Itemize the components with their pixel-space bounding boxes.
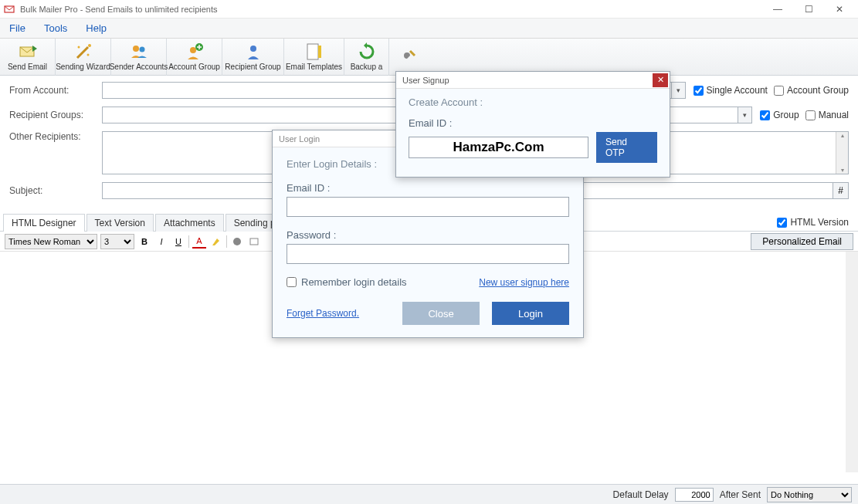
signup-close-button[interactable]: ✕ — [653, 73, 668, 87]
default-delay-label: Default Delay — [613, 489, 669, 500]
group-checkbox[interactable]: Group — [760, 110, 799, 120]
email-templates-label: Email Templates — [286, 63, 342, 71]
sender-accounts-button[interactable]: Sender Accounts — [111, 39, 167, 76]
wrench-icon — [399, 48, 418, 66]
recipient-icon — [244, 42, 263, 61]
login-password-input[interactable] — [287, 244, 569, 264]
account-group-button[interactable]: Account Group — [167, 39, 222, 76]
template-icon — [305, 42, 324, 61]
signup-dialog-title: User Signup — [402, 76, 653, 85]
toolbar: Send Email Sending Wizard Sender Account… — [0, 39, 858, 76]
menu-file[interactable]: File — [5, 21, 30, 36]
maximize-button[interactable]: ☐ — [793, 0, 824, 19]
wand-icon — [74, 42, 93, 61]
account-group-text: Account Group — [787, 85, 849, 96]
tab-text-version[interactable]: Text Version — [86, 214, 154, 232]
svg-point-2 — [77, 46, 80, 49]
signup-email-input[interactable] — [409, 137, 588, 158]
font-select[interactable]: Times New Roman — [5, 234, 97, 249]
tab-attachments[interactable]: Attachments — [155, 214, 224, 232]
svg-point-6 — [139, 47, 144, 52]
svg-point-5 — [133, 46, 139, 52]
statusbar: Default Delay After Sent Do Nothing — [0, 484, 858, 504]
svg-rect-13 — [250, 238, 258, 245]
send-otp-button[interactable]: Send OTP — [596, 132, 657, 163]
recipient-group-button[interactable]: Recipient Group — [222, 39, 284, 76]
account-group-checkbox[interactable]: Account Group — [774, 85, 849, 96]
html-version-text: HTML Version — [790, 217, 849, 228]
login-email-label: Email ID : — [287, 182, 569, 194]
forgot-password-link[interactable]: Forget Password. — [287, 308, 390, 319]
menu-tools[interactable]: Tools — [39, 21, 72, 36]
signup-email-label: Email ID : — [409, 117, 657, 129]
send-email-label: Send Email — [8, 63, 47, 71]
refresh-icon — [358, 42, 376, 61]
login-button[interactable]: Login — [492, 302, 569, 325]
backup-button[interactable]: Backup a — [344, 39, 389, 76]
users-icon — [130, 42, 148, 61]
close-window-button[interactable]: ✕ — [824, 0, 855, 19]
bold-button[interactable]: B — [137, 235, 151, 249]
settings-button[interactable] — [389, 39, 428, 76]
sending-wizard-button[interactable]: Sending Wizard — [56, 39, 111, 76]
highlight-button[interactable] — [209, 235, 223, 249]
manual-checkbox[interactable]: Manual — [805, 110, 849, 120]
titlebar: Bulk Mailer Pro - Send Emails to unlimit… — [0, 0, 858, 19]
window-title: Bulk Mailer Pro - Send Emails to unlimit… — [20, 5, 762, 14]
single-account-text: Single Account — [707, 85, 768, 96]
svg-point-3 — [86, 54, 89, 56]
subject-label: Subject: — [9, 185, 102, 196]
email-templates-button[interactable]: Email Templates — [284, 39, 344, 76]
login-email-input[interactable] — [287, 197, 569, 217]
html-version-checkbox[interactable]: HTML Version — [777, 217, 849, 228]
personalized-email-button[interactable]: Personalized Email — [751, 233, 853, 250]
underline-button[interactable]: U — [171, 235, 185, 249]
app-icon — [3, 3, 15, 15]
menubar: File Tools Help — [0, 19, 858, 39]
from-account-label: From Account: — [9, 85, 102, 96]
sending-wizard-label: Sending Wizard — [56, 63, 110, 71]
recipient-groups-label: Recipient Groups: — [9, 110, 102, 120]
recipient-group-label: Recipient Group — [225, 63, 280, 71]
single-account-checkbox[interactable]: Single Account — [694, 85, 768, 96]
default-delay-input[interactable] — [675, 488, 714, 502]
remember-text: Remember login details — [301, 276, 407, 288]
other-recipients-label: Other Recipients: — [9, 131, 102, 142]
after-sent-select[interactable]: Do Nothing — [767, 487, 852, 502]
remember-checkbox[interactable]: Remember login details — [287, 276, 407, 288]
login-close-button[interactable]: Close — [402, 302, 480, 325]
tab-html-designer[interactable]: HTML Designer — [3, 214, 85, 232]
link-button[interactable] — [230, 235, 244, 249]
signup-dialog: User Signup ✕ Create Account : Email ID … — [395, 71, 670, 178]
signup-legend: Create Account : — [409, 96, 657, 108]
signup-link[interactable]: New user signup here — [479, 277, 569, 288]
account-group-label: Account Group — [168, 63, 220, 71]
send-email-button[interactable]: Send Email — [0, 39, 56, 76]
scrollbar[interactable] — [846, 252, 858, 472]
envelope-icon — [19, 42, 37, 61]
login-password-label: Password : — [287, 229, 569, 241]
font-color-button[interactable]: A — [192, 235, 206, 249]
italic-button[interactable]: I — [154, 235, 168, 249]
svg-rect-11 — [318, 46, 321, 58]
scrollbar[interactable]: ▴▾ — [836, 132, 848, 174]
svg-point-9 — [250, 46, 256, 52]
svg-point-12 — [233, 238, 241, 245]
svg-rect-10 — [307, 44, 318, 59]
svg-point-4 — [88, 44, 91, 47]
image-button[interactable] — [247, 235, 261, 249]
sender-accounts-label: Sender Accounts — [110, 63, 168, 71]
hash-button[interactable]: # — [833, 182, 849, 199]
minimize-button[interactable]: — — [762, 0, 793, 19]
backup-label: Backup a — [351, 63, 383, 71]
svg-point-7 — [190, 47, 196, 53]
chevron-down-icon: ▾ — [738, 107, 751, 123]
manual-text: Manual — [819, 110, 849, 120]
size-select[interactable]: 3 — [100, 234, 134, 249]
user-plus-icon — [185, 42, 204, 61]
menu-help[interactable]: Help — [81, 21, 111, 36]
chevron-down-icon: ▾ — [671, 83, 685, 98]
after-sent-label: After Sent — [720, 489, 761, 500]
group-text: Group — [773, 110, 799, 120]
